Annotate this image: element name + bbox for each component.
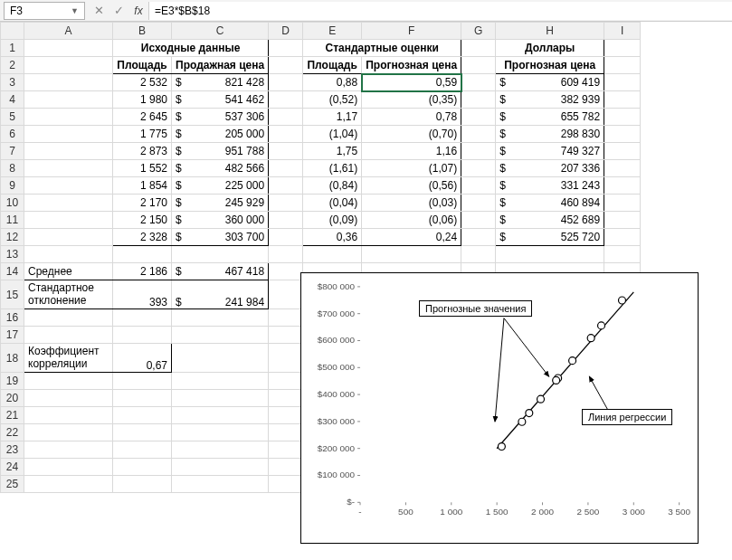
- cell[interactable]: [269, 344, 303, 373]
- cell[interactable]: [604, 229, 641, 246]
- src-price[interactable]: $225 000: [172, 177, 269, 195]
- row-header[interactable]: 14: [1, 263, 24, 280]
- src-area[interactable]: 2 170: [113, 195, 172, 212]
- src-price[interactable]: $303 700: [172, 229, 269, 246]
- std-price-header[interactable]: Прогнозная цена: [362, 57, 461, 74]
- cell[interactable]: [461, 177, 496, 195]
- src-area[interactable]: 1 552: [113, 160, 172, 177]
- usd-price-header[interactable]: Прогнозная цена: [496, 57, 604, 74]
- cell[interactable]: [113, 373, 172, 390]
- cell[interactable]: [24, 309, 113, 327]
- cell[interactable]: [24, 74, 113, 91]
- usd-price[interactable]: $331 243: [496, 177, 604, 195]
- cell[interactable]: [269, 476, 303, 493]
- row-header[interactable]: 12: [1, 229, 24, 246]
- corner-cell[interactable]: [1, 23, 24, 40]
- std-price[interactable]: (0,35): [362, 91, 461, 109]
- cell[interactable]: [604, 177, 641, 195]
- cell[interactable]: [604, 126, 641, 143]
- cell[interactable]: [172, 407, 269, 424]
- col-header[interactable]: D: [269, 23, 303, 40]
- cell[interactable]: [604, 160, 641, 177]
- std-area[interactable]: (0,52): [303, 91, 362, 109]
- cell[interactable]: [461, 74, 496, 91]
- src-price[interactable]: $951 788: [172, 143, 269, 160]
- cell[interactable]: [269, 74, 303, 91]
- row-header[interactable]: 10: [1, 195, 24, 212]
- row-header[interactable]: 7: [1, 143, 24, 160]
- cell[interactable]: [461, 143, 496, 160]
- row-header[interactable]: 23: [1, 441, 24, 459]
- cell[interactable]: [269, 40, 303, 57]
- usd-price[interactable]: $298 830: [496, 126, 604, 143]
- cell[interactable]: [24, 160, 113, 177]
- usd-price[interactable]: $460 894: [496, 195, 604, 212]
- cell[interactable]: [113, 390, 172, 407]
- col-header[interactable]: C: [172, 23, 269, 40]
- cell[interactable]: [269, 309, 303, 327]
- cell[interactable]: [24, 390, 113, 407]
- row-header[interactable]: 1: [1, 40, 24, 57]
- row-header[interactable]: 25: [1, 476, 24, 493]
- cell[interactable]: [269, 373, 303, 390]
- cell[interactable]: [269, 327, 303, 344]
- cell[interactable]: [24, 476, 113, 493]
- cell[interactable]: [461, 212, 496, 229]
- row-header[interactable]: 18: [1, 344, 24, 373]
- src-title[interactable]: Исходные данные: [113, 40, 269, 57]
- cell[interactable]: [24, 212, 113, 229]
- cell[interactable]: [113, 327, 172, 344]
- usd-price[interactable]: $749 327: [496, 143, 604, 160]
- cell[interactable]: [604, 246, 641, 263]
- cell[interactable]: [113, 459, 172, 476]
- cell[interactable]: [24, 424, 113, 441]
- cell[interactable]: [24, 441, 113, 459]
- cell[interactable]: [24, 246, 113, 263]
- cell[interactable]: [113, 424, 172, 441]
- cell[interactable]: [24, 91, 113, 109]
- cell[interactable]: [113, 246, 172, 263]
- cell[interactable]: [172, 246, 269, 263]
- cell[interactable]: [172, 390, 269, 407]
- std-price[interactable]: (1,07): [362, 160, 461, 177]
- row-header[interactable]: 17: [1, 327, 24, 344]
- cell[interactable]: [269, 91, 303, 109]
- std-price[interactable]: (0,03): [362, 195, 461, 212]
- cell[interactable]: [24, 229, 113, 246]
- cell[interactable]: [269, 280, 303, 309]
- std-price[interactable]: 1,16: [362, 143, 461, 160]
- cell[interactable]: [24, 459, 113, 476]
- cell[interactable]: [269, 143, 303, 160]
- cell[interactable]: [496, 246, 604, 263]
- cell[interactable]: [269, 126, 303, 143]
- cell[interactable]: [269, 246, 303, 263]
- row-header[interactable]: 2: [1, 57, 24, 74]
- row-header[interactable]: 21: [1, 407, 24, 424]
- src-price[interactable]: $245 929: [172, 195, 269, 212]
- src-price[interactable]: $482 566: [172, 160, 269, 177]
- std-price[interactable]: 0,24: [362, 229, 461, 246]
- row-header[interactable]: 8: [1, 160, 24, 177]
- cell[interactable]: [172, 309, 269, 327]
- src-price-header[interactable]: Продажная цена: [172, 57, 269, 74]
- row-header[interactable]: 13: [1, 246, 24, 263]
- cell[interactable]: [604, 195, 641, 212]
- std-price[interactable]: (0,06): [362, 212, 461, 229]
- cell[interactable]: [461, 229, 496, 246]
- src-area[interactable]: 1 775: [113, 126, 172, 143]
- mean-area[interactable]: 2 186: [113, 263, 172, 280]
- cell[interactable]: [604, 91, 641, 109]
- row-header[interactable]: 5: [1, 109, 24, 126]
- row-header[interactable]: 3: [1, 74, 24, 91]
- src-area[interactable]: 1 980: [113, 91, 172, 109]
- dropdown-icon[interactable]: ▼: [71, 6, 79, 15]
- usd-title[interactable]: Доллары: [496, 40, 604, 57]
- cell[interactable]: [113, 476, 172, 493]
- mean-price[interactable]: $467 418: [172, 263, 269, 280]
- usd-price[interactable]: $452 689: [496, 212, 604, 229]
- std-price[interactable]: 0,78: [362, 109, 461, 126]
- cell[interactable]: [24, 126, 113, 143]
- cell[interactable]: [172, 424, 269, 441]
- src-price[interactable]: $537 306: [172, 109, 269, 126]
- cell[interactable]: [461, 126, 496, 143]
